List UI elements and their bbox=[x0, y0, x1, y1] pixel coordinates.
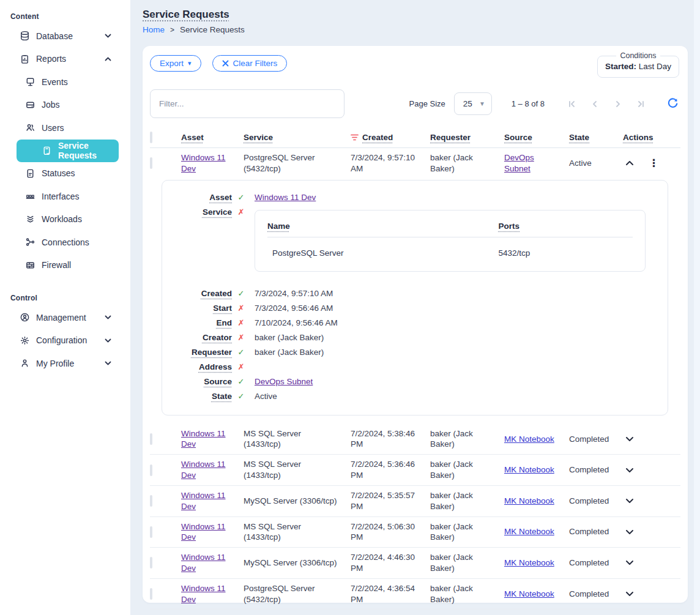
table-row: Windows 11 Dev MySQL Server (3306/tcp) 7… bbox=[150, 548, 680, 579]
last-page-button[interactable] bbox=[635, 98, 647, 110]
detail-row-requester: Requester ✓ baker (Jack Baker) bbox=[162, 348, 668, 362]
detail-label: Created bbox=[162, 289, 232, 298]
service-cell: MS SQL Server (1433/tcp) bbox=[244, 459, 351, 481]
source-link[interactable]: MK Notebook bbox=[504, 496, 554, 505]
source-link[interactable]: MK Notebook bbox=[504, 527, 554, 536]
state-cell: Active bbox=[569, 158, 623, 169]
sidebar-item-events[interactable]: Events bbox=[0, 70, 130, 94]
row-checkbox[interactable] bbox=[150, 157, 152, 169]
first-page-button[interactable] bbox=[565, 98, 578, 110]
asset-link[interactable]: Windows 11 Dev bbox=[181, 522, 226, 542]
sidebar-item-my-profile[interactable]: My Profile bbox=[0, 352, 130, 375]
pagination-buttons bbox=[565, 98, 647, 110]
source-link[interactable]: MK Notebook bbox=[504, 558, 554, 567]
asset-link[interactable]: Windows 11 Dev bbox=[181, 429, 226, 449]
service-ports-header[interactable]: Ports bbox=[499, 222, 633, 231]
sidebar-item-label: Statuses bbox=[42, 168, 75, 178]
sidebar-item-label: Firewall bbox=[42, 260, 71, 270]
asset-link[interactable]: Windows 11 Dev bbox=[181, 584, 226, 604]
page-size-select[interactable]: 25 ▼ bbox=[454, 92, 492, 115]
breadcrumb-home-link[interactable]: Home bbox=[143, 25, 165, 34]
pagination-cluster: Page Size 25 ▼ 1 – 8 of 8 bbox=[409, 92, 679, 115]
sidebar-item-label: Configuration bbox=[36, 335, 87, 345]
row-checkbox[interactable] bbox=[150, 526, 152, 538]
row-checkbox[interactable] bbox=[150, 588, 152, 600]
created-cell: 7/2/2024, 5:35:57 PM bbox=[351, 490, 430, 512]
export-label: Export bbox=[160, 59, 184, 68]
asset-link[interactable]: Windows 11 Dev bbox=[181, 153, 226, 173]
source-link[interactable]: MK Notebook bbox=[504, 465, 554, 474]
check-icon: ✓ bbox=[232, 289, 250, 298]
column-header-state[interactable]: State bbox=[569, 133, 623, 142]
table-row: Windows 11 Dev MySQL Server (3306/tcp) 7… bbox=[150, 486, 680, 517]
source-link[interactable]: DevOps Subnet bbox=[255, 377, 313, 386]
expand-row-button[interactable] bbox=[625, 591, 634, 597]
column-header-source[interactable]: Source bbox=[504, 133, 569, 142]
table-row: Windows 11 Dev MS SQL Server (1433/tcp) … bbox=[150, 424, 680, 455]
chevron-right-icon bbox=[614, 100, 622, 108]
sidebar-item-service-requests[interactable]: Service Requests bbox=[17, 140, 119, 162]
refresh-button[interactable] bbox=[666, 97, 679, 111]
filter-input[interactable] bbox=[150, 89, 344, 118]
sidebar-item-label: My Profile bbox=[36, 359, 74, 368]
select-all-checkbox[interactable] bbox=[150, 132, 152, 143]
sidebar-item-jobs[interactable]: Jobs bbox=[0, 94, 130, 117]
next-page-button[interactable] bbox=[612, 98, 624, 110]
requester-cell: baker (Jack Baker) bbox=[430, 459, 504, 481]
sidebar-item-interfaces[interactable]: Interfaces bbox=[0, 185, 130, 208]
table-row: Windows 11 Dev PostgreSQL Server (5432/t… bbox=[150, 579, 680, 610]
expand-row-button[interactable] bbox=[625, 560, 634, 565]
sidebar-item-database[interactable]: Database bbox=[0, 24, 130, 48]
condition-value: Last Day bbox=[639, 62, 671, 71]
x-icon: ✗ bbox=[232, 318, 250, 327]
sidebar-item-connections[interactable]: Connections bbox=[0, 231, 130, 254]
source-link[interactable]: MK Notebook bbox=[504, 434, 554, 444]
sidebar-item-management[interactable]: Management bbox=[0, 306, 130, 329]
source-link[interactable]: DevOps Subnet bbox=[504, 153, 534, 173]
sidebar-item-firewall[interactable]: Firewall bbox=[0, 254, 130, 277]
column-header-asset[interactable]: Asset bbox=[181, 133, 244, 142]
service-cell: MySQL Server (3306/tcp) bbox=[244, 496, 351, 507]
created-cell: 7/2/2024, 4:36:54 PM bbox=[351, 583, 430, 605]
service-detail-table: Name Ports PostgreSQL Server 5432/tcp bbox=[255, 210, 646, 272]
expand-row-button[interactable] bbox=[625, 498, 634, 504]
sidebar-item-label: Events bbox=[42, 77, 68, 87]
clear-filters-button[interactable]: Clear Filters bbox=[212, 55, 288, 72]
row-checkbox[interactable] bbox=[150, 557, 152, 568]
detail-row-created: Created ✓ 7/3/2024, 9:57:10 AM bbox=[162, 289, 668, 304]
detail-label: Service bbox=[162, 207, 232, 217]
service-requests-card: Export ▾ Clear Filters Conditions Starte… bbox=[143, 46, 688, 603]
export-button[interactable]: Export ▾ bbox=[150, 55, 201, 72]
state-cell: Completed bbox=[569, 434, 623, 445]
row-checkbox[interactable] bbox=[150, 464, 152, 476]
sidebar-item-reports[interactable]: Reports bbox=[0, 48, 130, 71]
expand-row-button[interactable] bbox=[625, 529, 634, 535]
scrollbar-track[interactable] bbox=[694, 0, 700, 615]
interfaces-icon bbox=[24, 191, 35, 202]
service-name-header[interactable]: Name bbox=[267, 222, 499, 231]
sidebar-item-configuration[interactable]: Configuration bbox=[0, 329, 130, 352]
asset-link[interactable]: Windows 11 Dev bbox=[181, 553, 226, 573]
column-header-service[interactable]: Service bbox=[244, 133, 351, 142]
detail-value: 7/3/2024, 9:57:10 AM bbox=[250, 289, 668, 298]
toolbar: Export ▾ Clear Filters Conditions Starte… bbox=[143, 46, 688, 78]
sidebar-item-workloads[interactable]: Workloads bbox=[0, 208, 130, 231]
chevron-down-icon bbox=[105, 361, 111, 365]
sidebar-item-users[interactable]: Users bbox=[0, 116, 130, 140]
previous-page-button[interactable] bbox=[589, 98, 601, 110]
expand-row-button[interactable] bbox=[625, 436, 634, 442]
collapse-row-button[interactable] bbox=[625, 160, 634, 166]
sidebar-item-statuses[interactable]: Statuses bbox=[0, 162, 130, 185]
column-header-created[interactable]: Created bbox=[351, 133, 430, 142]
asset-link[interactable]: Windows 11 Dev bbox=[181, 491, 226, 511]
row-checkbox[interactable] bbox=[150, 495, 152, 507]
row-checkbox[interactable] bbox=[150, 433, 152, 445]
workloads-icon bbox=[24, 214, 35, 225]
source-link[interactable]: MK Notebook bbox=[504, 589, 554, 598]
asset-link[interactable]: Windows 11 Dev bbox=[255, 193, 316, 202]
row-menu-button[interactable]: ⋮ bbox=[649, 158, 659, 168]
expand-row-button[interactable] bbox=[625, 468, 634, 473]
column-header-requester[interactable]: Requester bbox=[430, 133, 504, 142]
requester-cell: baker (Jack Baker) bbox=[430, 521, 504, 543]
asset-link[interactable]: Windows 11 Dev bbox=[181, 460, 226, 480]
